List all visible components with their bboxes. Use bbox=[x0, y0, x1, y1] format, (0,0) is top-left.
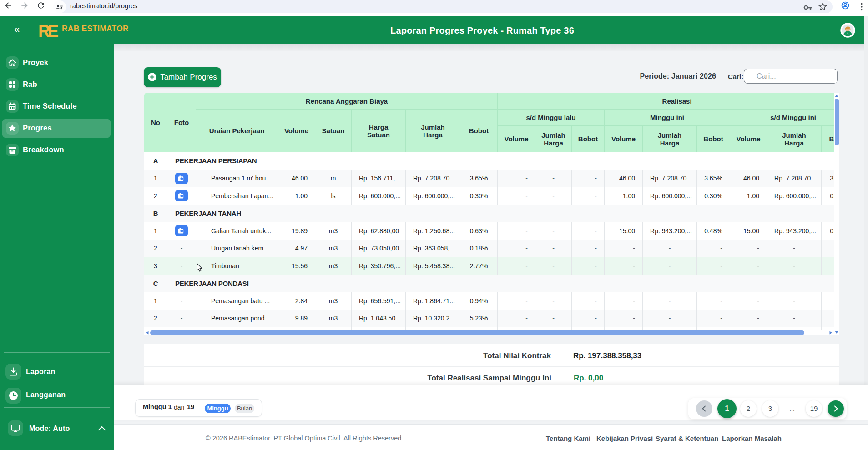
svg-text:E: E bbox=[48, 22, 59, 40]
